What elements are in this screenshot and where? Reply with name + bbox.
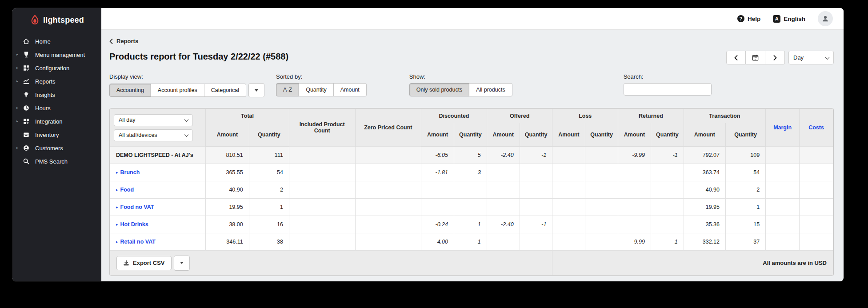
export-csv-label: Export CSV xyxy=(133,260,165,266)
table-cell xyxy=(552,216,585,233)
category-link[interactable]: Hot Drinks xyxy=(120,221,148,228)
table-cell xyxy=(355,233,421,251)
display-view-more-button[interactable] xyxy=(248,83,264,97)
sidebar-item-configuration[interactable]: ▸ Configuration xyxy=(12,61,101,75)
table-cell xyxy=(651,199,684,216)
table-cell: -9.99 xyxy=(618,147,651,164)
help-label: Help xyxy=(748,16,760,22)
category-link[interactable]: Food xyxy=(120,187,134,193)
table-cell: 37 xyxy=(725,233,765,251)
subcolumn-offered-quantity: Quantity xyxy=(520,123,552,147)
category-link[interactable]: Food no VAT xyxy=(120,204,154,210)
table-cell: 15 xyxy=(725,216,765,233)
help-button[interactable]: ? Help xyxy=(737,15,760,22)
table-cell xyxy=(421,199,454,216)
calendar-button[interactable] xyxy=(746,51,765,64)
show-only-sold-button[interactable]: Only sold products xyxy=(409,83,470,96)
show-label: Show: xyxy=(409,73,512,80)
caret-down-icon xyxy=(255,89,258,92)
table-cell: 19.95 xyxy=(684,199,725,216)
sidebar-item-label: Menu management xyxy=(35,52,85,58)
sort-az-button[interactable]: A-Z xyxy=(276,83,299,96)
table-cell: -1 xyxy=(651,147,684,164)
help-icon: ? xyxy=(737,15,744,22)
table-cell xyxy=(454,181,487,199)
table-cell xyxy=(289,181,355,199)
subcolumn-returned-quantity: Quantity xyxy=(651,123,684,147)
category-cell: ▸Retail no VAT xyxy=(110,233,206,251)
time-filter-select[interactable]: All day xyxy=(114,114,193,126)
user-avatar[interactable] xyxy=(818,11,833,26)
subcolumn-discounted-amount: Amount xyxy=(421,123,454,147)
category-cell: ▸Food no VAT xyxy=(110,199,206,216)
breadcrumb[interactable]: Reports xyxy=(109,38,138,44)
category-link[interactable]: Brunch xyxy=(120,169,140,176)
sidebar-item-pms-search[interactable]: PMS Search xyxy=(12,155,101,168)
table-cell xyxy=(552,147,585,164)
sidebar-item-customers[interactable]: ▸ Customers xyxy=(12,141,101,155)
language-button[interactable]: A English xyxy=(773,15,805,23)
table-cell xyxy=(766,199,800,216)
products-report-table: All day All staff/devices Total Included… xyxy=(110,108,833,276)
sidebar-item-inventory[interactable]: Inventory xyxy=(12,128,101,141)
table-cell xyxy=(289,216,355,233)
sidebar-item-home[interactable]: Home xyxy=(12,35,101,48)
table-cell xyxy=(585,199,618,216)
hours-icon xyxy=(22,104,30,112)
table-cell: 792.07 xyxy=(684,147,725,164)
report-table-card: All day All staff/devices Total Included… xyxy=(109,108,834,276)
search-input[interactable] xyxy=(624,83,712,96)
column-costs-toggle[interactable]: Costs xyxy=(800,109,833,147)
period-select[interactable]: Day xyxy=(788,51,834,64)
table-cell: 2 xyxy=(725,181,765,199)
integration-icon xyxy=(22,118,30,125)
export-options-button[interactable] xyxy=(174,256,190,271)
category-link[interactable]: Retail no VAT xyxy=(120,239,156,245)
table-cell xyxy=(355,181,421,199)
column-margin-toggle[interactable]: Margin xyxy=(766,109,800,147)
subcolumn-loss-quantity: Quantity xyxy=(585,123,618,147)
table-cell: -0.24 xyxy=(421,216,454,233)
sidebar-item-hours[interactable]: ▸ Hours xyxy=(12,101,101,115)
sidebar-item-reports[interactable]: ▸ Reports xyxy=(12,75,101,88)
table-cell: -6.05 xyxy=(421,147,454,164)
prev-day-button[interactable] xyxy=(726,51,746,64)
subcolumn-total-quantity: Quantity xyxy=(249,123,289,147)
table-cell: 346.11 xyxy=(206,233,249,251)
display-view-categorical-button[interactable]: Categorical xyxy=(204,84,246,97)
export-csv-button[interactable]: Export CSV xyxy=(116,256,172,270)
table-cell xyxy=(585,181,618,199)
table-cell xyxy=(585,216,618,233)
table-cell: 54 xyxy=(249,164,289,181)
subcolumn-loss-amount: Amount xyxy=(552,123,585,147)
display-view-accounting-button[interactable]: Accounting xyxy=(109,84,151,97)
sort-quantity-button[interactable]: Quantity xyxy=(299,83,334,96)
sort-amount-button[interactable]: Amount xyxy=(334,83,367,96)
table-cell xyxy=(585,164,618,181)
sidebar-item-label: Insights xyxy=(35,92,55,98)
table-cell: 16 xyxy=(249,216,289,233)
table-cell xyxy=(355,199,421,216)
staff-filter-select[interactable]: All staff/devices xyxy=(114,129,193,141)
table-cell: 111 xyxy=(249,147,289,164)
table-cell xyxy=(289,147,355,164)
currency-note: All amounts are in USD xyxy=(552,251,833,276)
sorted-by-filter: Sorted by: A-Z Quantity Amount xyxy=(276,73,367,97)
next-day-button[interactable] xyxy=(765,51,785,64)
chevron-right-icon: ▸ xyxy=(16,120,18,123)
display-view-account-profiles-button[interactable]: Account profiles xyxy=(151,84,204,97)
brand-name: lightspeed xyxy=(43,16,84,25)
sidebar-item-label: Configuration xyxy=(35,65,69,72)
table-cell: 5 xyxy=(454,147,487,164)
table-cell xyxy=(520,164,552,181)
table-cell xyxy=(766,233,800,251)
table-cell xyxy=(800,199,833,216)
show-all-products-button[interactable]: All products xyxy=(469,83,512,96)
sidebar-item-menu-management[interactable]: ▸ Menu management xyxy=(12,48,101,61)
chevron-right-icon: ▸ xyxy=(16,80,18,83)
language-label: English xyxy=(784,16,805,22)
sidebar-item-integration[interactable]: ▸ Integration xyxy=(12,115,101,128)
sidebar-item-insights[interactable]: Insights xyxy=(12,88,101,101)
chevron-left-icon xyxy=(734,55,738,60)
table-cell: 365.55 xyxy=(206,164,249,181)
